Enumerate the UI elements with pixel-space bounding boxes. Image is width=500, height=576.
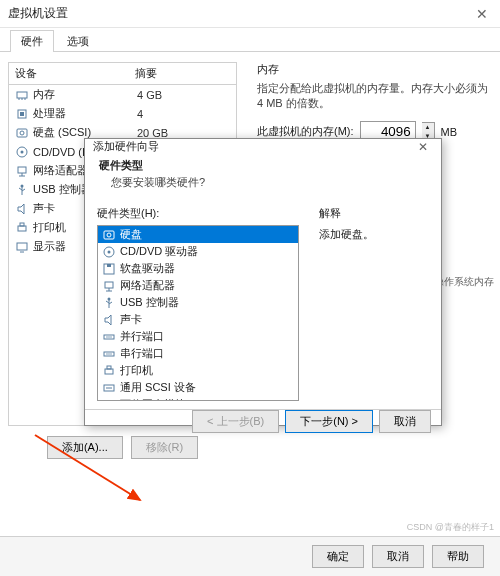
svg-rect-27 <box>107 264 111 267</box>
svg-rect-5 <box>20 112 24 116</box>
svg-rect-19 <box>17 243 27 250</box>
help-button[interactable]: 帮助 <box>432 545 484 568</box>
hw-type-item[interactable]: 打印机 <box>98 362 298 379</box>
spin-up-icon[interactable]: ▲ <box>422 123 434 132</box>
svg-rect-10 <box>18 167 26 173</box>
svg-rect-17 <box>18 226 26 231</box>
tab-hardware[interactable]: 硬件 <box>10 30 54 52</box>
device-summary: 4 <box>137 108 230 120</box>
col-summary: 摘要 <box>129 63 236 84</box>
hw-type-item[interactable]: 网络适配器 <box>98 277 298 294</box>
svg-rect-47 <box>105 401 113 402</box>
cd-icon <box>15 145 29 159</box>
hw-type-item[interactable]: 硬盘 <box>98 226 298 243</box>
svg-point-40 <box>106 353 107 354</box>
hw-type-item[interactable]: 声卡 <box>98 311 298 328</box>
svg-rect-18 <box>20 223 24 226</box>
hw-type-item[interactable]: 通用 SCSI 设备 <box>98 379 298 396</box>
svg-point-42 <box>110 353 111 354</box>
svg-point-23 <box>107 233 111 237</box>
port-icon <box>102 347 116 361</box>
explain-text: 添加硬盘。 <box>319 227 429 242</box>
port-icon <box>102 330 116 344</box>
device-name: 内存 <box>33 87 133 102</box>
svg-rect-44 <box>107 366 111 369</box>
hardware-row[interactable]: 处理器4 <box>9 104 236 123</box>
memory-icon <box>15 88 29 102</box>
svg-rect-28 <box>105 282 113 288</box>
printer-icon <box>102 364 116 378</box>
hw-type-item[interactable]: 可信平台模块 <box>98 396 298 401</box>
hw-type-item[interactable]: 串行端口 <box>98 345 298 362</box>
hw-type-label: 网络适配器 <box>120 278 175 293</box>
device-summary: 4 GB <box>137 89 230 101</box>
memory-desc: 指定分配给此虚拟机的内存量。内存大小必须为 4 MB 的倍数。 <box>257 81 488 111</box>
hw-type-label: 并行端口 <box>120 329 164 344</box>
floppy-icon <box>102 262 116 276</box>
next-button[interactable]: 下一步(N) > <box>285 410 373 433</box>
tab-bar: 硬件 选项 <box>0 28 500 52</box>
hw-type-label: USB 控制器 <box>120 295 179 310</box>
close-icon[interactable]: ✕ <box>472 6 492 22</box>
memory-title: 内存 <box>257 62 488 77</box>
wizard-left: 硬件类型(H): 硬盘CD/DVD 驱动器软盘驱动器网络适配器USB 控制器声卡… <box>97 206 299 401</box>
usb-icon <box>15 183 29 197</box>
disk-icon <box>102 228 116 242</box>
tpm-icon <box>102 398 116 402</box>
dialog-footer: 确定 取消 帮助 <box>0 536 500 576</box>
svg-rect-6 <box>17 129 27 137</box>
sound-icon <box>102 313 116 327</box>
hw-type-list[interactable]: 硬盘CD/DVD 驱动器软盘驱动器网络适配器USB 控制器声卡并行端口串行端口打… <box>97 225 299 401</box>
wizard-right: 解释 添加硬盘。 <box>319 206 429 401</box>
usb-icon <box>102 296 116 310</box>
back-button[interactable]: < 上一步(B) <box>192 410 279 433</box>
cd-icon <box>102 245 116 259</box>
device-summary: 20 GB <box>137 127 230 139</box>
svg-point-25 <box>108 250 111 253</box>
display-icon <box>15 240 29 254</box>
hw-type-label: 打印机 <box>120 363 153 378</box>
add-button[interactable]: 添加(A)... <box>47 436 123 459</box>
explain-label: 解释 <box>319 206 429 221</box>
net-icon <box>15 164 29 178</box>
watermark: CSDN @青春的样子1 <box>407 521 494 534</box>
cpu-icon <box>15 107 29 121</box>
wizard-cancel-button[interactable]: 取消 <box>379 410 431 433</box>
hardware-buttons: 添加(A)... 移除(R) <box>8 436 237 459</box>
add-hardware-wizard: 添加硬件向导 ✕ 硬件类型 您要安装哪类硬件? 硬件类型(H): 硬盘CD/DV… <box>84 138 442 426</box>
hw-type-item[interactable]: 软盘驱动器 <box>98 260 298 277</box>
hardware-row[interactable]: 内存4 GB <box>9 85 236 104</box>
svg-point-36 <box>106 336 107 337</box>
col-device: 设备 <box>9 63 129 84</box>
tab-options[interactable]: 选项 <box>56 30 100 52</box>
remove-button[interactable]: 移除(R) <box>131 436 198 459</box>
net-icon <box>102 279 116 293</box>
hardware-table-header: 设备 摘要 <box>9 63 236 85</box>
printer-icon <box>15 221 29 235</box>
svg-point-38 <box>110 336 111 337</box>
svg-point-37 <box>108 336 109 337</box>
hw-type-label: 可信平台模块 <box>120 397 186 401</box>
hw-type-label: 声卡 <box>120 312 142 327</box>
svg-rect-0 <box>17 92 27 98</box>
hw-type-item[interactable]: 并行端口 <box>98 328 298 345</box>
wizard-heading: 硬件类型 <box>99 158 427 173</box>
disk-icon <box>15 126 29 140</box>
window-titlebar: 虚拟机设置 ✕ <box>0 0 500 28</box>
wizard-header: 硬件类型 您要安装哪类硬件? <box>85 154 441 198</box>
wizard-close-icon[interactable]: ✕ <box>413 140 433 154</box>
ok-button[interactable]: 确定 <box>312 545 364 568</box>
hw-type-label: CD/DVD 驱动器 <box>120 244 198 259</box>
wizard-body: 硬件类型(H): 硬盘CD/DVD 驱动器软盘驱动器网络适配器USB 控制器声卡… <box>85 198 441 409</box>
hw-type-label: 通用 SCSI 设备 <box>120 380 196 395</box>
hw-type-label: 软盘驱动器 <box>120 261 175 276</box>
wizard-subheading: 您要安装哪类硬件? <box>99 175 427 190</box>
sound-icon <box>15 202 29 216</box>
hw-type-item[interactable]: USB 控制器 <box>98 294 298 311</box>
wizard-footer: < 上一步(B) 下一步(N) > 取消 <box>85 409 441 433</box>
svg-point-7 <box>20 131 24 135</box>
cancel-button[interactable]: 取消 <box>372 545 424 568</box>
hw-type-label: 硬件类型(H): <box>97 206 299 221</box>
wizard-titlebar: 添加硬件向导 ✕ <box>85 139 441 154</box>
hw-type-item[interactable]: CD/DVD 驱动器 <box>98 243 298 260</box>
